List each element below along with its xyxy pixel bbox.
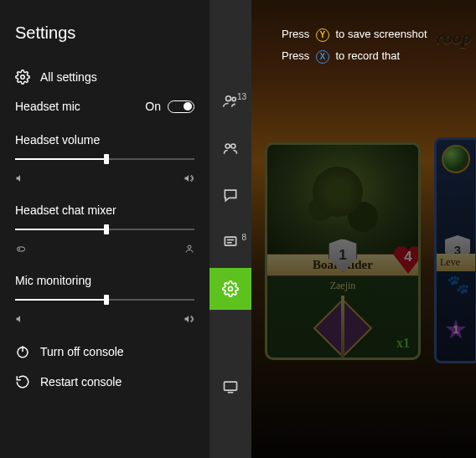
- svg-point-9: [225, 144, 230, 148]
- chat-mixer-slider[interactable]: [15, 229, 194, 230]
- all-settings-label: All settings: [40, 70, 97, 84]
- svg-point-10: [231, 144, 235, 148]
- headset-volume-label: Headset volume: [15, 133, 194, 147]
- svg-point-14: [229, 287, 233, 291]
- svg-rect-15: [225, 382, 237, 390]
- svg-point-7: [226, 96, 231, 101]
- mic-monitoring-block: Mic monitoring: [15, 274, 194, 324]
- gear-icon: [15, 69, 30, 85]
- controller-icon: [15, 244, 27, 254]
- y-button-icon: Y: [316, 28, 329, 42]
- headset-mic-label: Headset mic: [15, 100, 80, 113]
- restart-console-row[interactable]: Restart console: [15, 374, 194, 389]
- svg-rect-1: [18, 247, 25, 251]
- mic-monitoring-label: Mic monitoring: [15, 274, 194, 287]
- nav-friends[interactable]: 13: [210, 80, 251, 122]
- mic-monitoring-slider[interactable]: [15, 299, 194, 301]
- restart-label: Restart console: [40, 375, 122, 389]
- person-icon: [184, 244, 194, 254]
- nav-tv[interactable]: [210, 366, 251, 408]
- turn-off-console-row[interactable]: Turn off console: [15, 344, 194, 359]
- svg-rect-11: [225, 237, 235, 245]
- headset-volume-block: Headset volume: [15, 133, 194, 183]
- headset-mic-state: On: [145, 100, 161, 113]
- headset-mic-toggle[interactable]: [168, 100, 194, 113]
- volume-low-icon: [15, 314, 25, 324]
- settings-title: Settings: [15, 23, 194, 43]
- nav-settings[interactable]: [210, 268, 251, 310]
- chat-mixer-block: Headset chat mixer: [15, 203, 194, 254]
- volume-high-icon: [183, 173, 194, 183]
- restart-icon: [15, 374, 30, 389]
- nav-notifications[interactable]: 8: [210, 221, 251, 263]
- settings-panel: Settings All settings Headset mic On Hea…: [0, 0, 210, 458]
- chat-mixer-label: Headset chat mixer: [15, 203, 194, 217]
- nav-messages[interactable]: [210, 174, 251, 216]
- nav-party[interactable]: [210, 127, 251, 169]
- power-icon: [15, 344, 30, 359]
- volume-high-icon: [183, 314, 194, 324]
- all-settings-row[interactable]: All settings: [15, 69, 194, 85]
- x-button-icon: X: [316, 50, 329, 64]
- capture-overlay: Press Y to save screenshot Press X to re…: [282, 23, 427, 67]
- headset-mic-row: Headset mic On: [15, 100, 194, 113]
- headset-volume-slider[interactable]: [15, 158, 194, 160]
- game-background: roop 1 4 Boar Rider Zaejin x1 3 Leve 🐾 1…: [251, 0, 476, 458]
- turn-off-label: Turn off console: [40, 345, 124, 358]
- save-screenshot-tip: Press Y to save screenshot: [282, 23, 427, 45]
- svg-point-8: [232, 97, 235, 100]
- svg-point-4: [188, 245, 191, 249]
- nav-notifications-badge: 8: [241, 233, 246, 242]
- record-that-tip: Press X to record that: [282, 45, 427, 67]
- volume-low-icon: [15, 173, 25, 183]
- svg-point-0: [21, 75, 25, 80]
- nav-friends-badge: 13: [237, 92, 246, 101]
- guide-nav-rail: 13 8: [210, 0, 251, 458]
